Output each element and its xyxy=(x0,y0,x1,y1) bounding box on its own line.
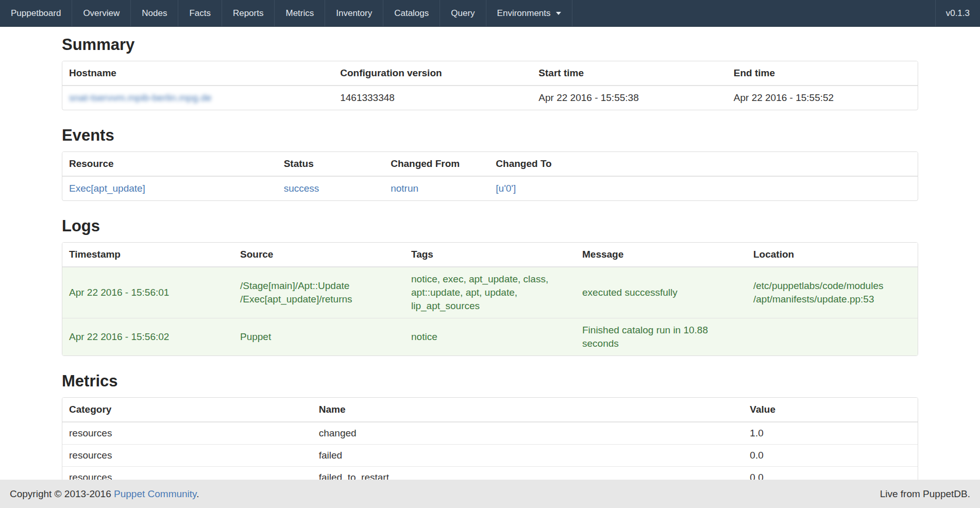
log-row: Apr 22 2016 - 15:56:01 /Stage[main]/Apt:… xyxy=(62,267,918,318)
copyright-text: Copyright © 2013-2016 Puppet Community. xyxy=(10,488,199,500)
metric-category: resources xyxy=(62,422,312,445)
events-col-changed-from: Changed From xyxy=(384,152,489,176)
end-time-value: Apr 22 2016 - 15:55:52 xyxy=(727,86,918,110)
nav-item-facts[interactable]: Facts xyxy=(178,0,222,26)
summary-col-hostname: Hostname xyxy=(62,61,333,86)
events-col-status: Status xyxy=(277,152,384,176)
app-version-badge: v0.1.3 xyxy=(935,0,980,26)
page-footer: Copyright © 2013-2016 Puppet Community. … xyxy=(0,480,980,508)
log-source: Puppet xyxy=(233,318,404,356)
metrics-col-category: Category xyxy=(62,398,312,422)
logs-col-message: Message xyxy=(576,243,747,267)
report-detail-page: Summary Hostname Configuration version S… xyxy=(62,35,918,489)
log-row: Apr 22 2016 - 15:56:02 Puppet notice Fin… xyxy=(62,318,918,356)
chevron-down-icon xyxy=(556,12,561,15)
metrics-col-value: Value xyxy=(743,398,918,422)
metric-category: resources xyxy=(62,445,312,467)
summary-col-end-time: End time xyxy=(727,61,918,86)
events-col-changed-to: Changed To xyxy=(489,152,918,176)
metric-row: resources failed 0.0 xyxy=(62,445,918,467)
metrics-table: Category Name Value resources changed 1.… xyxy=(62,398,918,488)
navbar-brand[interactable]: Puppetboard xyxy=(0,0,72,26)
nav-item-query[interactable]: Query xyxy=(440,0,486,26)
summary-section: Summary Hostname Configuration version S… xyxy=(62,35,918,110)
event-changed-to-link[interactable]: [u'0'] xyxy=(496,183,516,194)
metric-name: changed xyxy=(312,422,744,445)
puppetdb-status-text: Live from PuppetDB. xyxy=(880,488,970,500)
log-source: /Stage[main]/Apt::Update /Exec[apt_updat… xyxy=(233,267,404,318)
logs-section: Logs Timestamp Source Tags Message Locat… xyxy=(62,216,918,356)
hostname-link-blurred[interactable]: snat-tservvm.mpib-berlin.mpg.de xyxy=(69,92,212,103)
summary-table: Hostname Configuration version Start tim… xyxy=(62,61,918,110)
log-tags: notice, exec, apt_update, class, apt::up… xyxy=(404,267,576,318)
log-message: Finished catalog run in 10.88 seconds xyxy=(576,318,747,356)
metric-value: 0.0 xyxy=(743,445,918,467)
log-location xyxy=(747,318,918,356)
nav-item-catalogs[interactable]: Catalogs xyxy=(383,0,440,26)
nav-item-inventory[interactable]: Inventory xyxy=(325,0,383,26)
event-row: Exec[apt_update] success notrun [u'0'] xyxy=(62,176,918,200)
events-section: Events Resource Status Changed From Chan… xyxy=(62,126,918,201)
environments-label: Environments xyxy=(497,8,551,19)
nav-item-metrics[interactable]: Metrics xyxy=(275,0,325,26)
summary-heading: Summary xyxy=(62,35,918,55)
log-timestamp: Apr 22 2016 - 15:56:01 xyxy=(62,267,233,318)
log-message: executed successfully xyxy=(576,267,747,318)
events-heading: Events xyxy=(62,126,918,145)
metric-name: failed xyxy=(312,445,744,467)
event-resource-link[interactable]: Exec[apt_update] xyxy=(69,183,145,194)
puppet-community-link[interactable]: Puppet Community xyxy=(114,488,196,499)
copyright-suffix: . xyxy=(196,488,199,499)
logs-col-location: Location xyxy=(747,243,918,267)
summary-row: snat-tservvm.mpib-berlin.mpg.de 14613333… xyxy=(62,86,918,110)
logs-col-tags: Tags xyxy=(404,243,576,267)
metrics-col-name: Name xyxy=(312,398,744,422)
logs-table: Timestamp Source Tags Message Location A… xyxy=(62,243,918,355)
nav-item-nodes[interactable]: Nodes xyxy=(131,0,178,26)
log-timestamp: Apr 22 2016 - 15:56:02 xyxy=(62,318,233,356)
nav-item-reports[interactable]: Reports xyxy=(222,0,275,26)
nav-item-environments-dropdown[interactable]: Environments xyxy=(486,0,572,26)
nav-item-overview[interactable]: Overview xyxy=(72,0,131,26)
summary-col-start-time: Start time xyxy=(532,61,726,86)
start-time-value: Apr 22 2016 - 15:55:38 xyxy=(532,86,726,110)
event-status-link[interactable]: success xyxy=(284,183,319,194)
log-tags: notice xyxy=(404,318,576,356)
event-changed-from-link[interactable]: notrun xyxy=(391,183,418,194)
logs-col-timestamp: Timestamp xyxy=(62,243,233,267)
metric-row: resources changed 1.0 xyxy=(62,422,918,445)
metric-value: 1.0 xyxy=(743,422,918,445)
top-navbar: Puppetboard Overview Nodes Facts Reports… xyxy=(0,0,980,27)
logs-heading: Logs xyxy=(62,216,918,236)
metrics-heading: Metrics xyxy=(62,371,918,391)
log-location: /etc/puppetlabs/code/modules /apt/manife… xyxy=(747,267,918,318)
events-col-resource: Resource xyxy=(62,152,277,176)
copyright-prefix: Copyright © 2013-2016 xyxy=(10,488,111,499)
metrics-section: Metrics Category Name Value resources ch… xyxy=(62,371,918,489)
summary-col-config-version: Configuration version xyxy=(333,61,532,86)
logs-col-source: Source xyxy=(233,243,404,267)
config-version-value: 1461333348 xyxy=(333,86,532,110)
events-table: Resource Status Changed From Changed To … xyxy=(62,152,918,200)
